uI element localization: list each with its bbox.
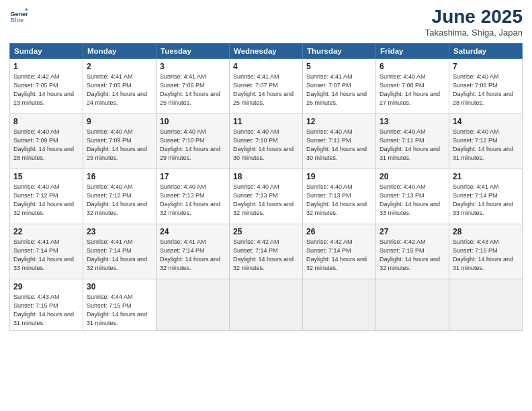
month-title: June 2025 xyxy=(425,7,523,28)
day-number: 28 xyxy=(453,227,519,236)
day-info: Sunrise: 4:44 AMSunset: 7:15 PMDaylight:… xyxy=(87,293,152,328)
day-info: Sunrise: 4:41 AMSunset: 7:07 PMDaylight:… xyxy=(306,73,372,107)
day-info: Sunrise: 4:40 AMSunset: 7:13 PMDaylight:… xyxy=(160,183,226,218)
day-info: Sunrise: 4:42 AMSunset: 7:05 PMDaylight:… xyxy=(13,73,79,107)
day-number: 17 xyxy=(160,172,226,181)
day-header-wednesday: Wednesday xyxy=(230,43,303,58)
day-number: 25 xyxy=(233,227,299,236)
day-info: Sunrise: 4:40 AMSunset: 7:08 PMDaylight:… xyxy=(380,73,445,107)
day-info: Sunrise: 4:41 AMSunset: 7:14 PMDaylight:… xyxy=(87,238,152,273)
day-number: 12 xyxy=(306,117,372,126)
table-row: 14 Sunrise: 4:40 AMSunset: 7:12 PMDaylig… xyxy=(449,113,523,169)
day-number: 19 xyxy=(306,172,372,181)
day-number: 9 xyxy=(87,117,152,126)
day-info: Sunrise: 4:43 AMSunset: 7:15 PMDaylight:… xyxy=(13,293,79,328)
table-row: 24 Sunrise: 4:41 AMSunset: 7:14 PMDaylig… xyxy=(157,224,230,279)
day-info: Sunrise: 4:42 AMSunset: 7:14 PMDaylight:… xyxy=(233,238,299,273)
day-info: Sunrise: 4:41 AMSunset: 7:06 PMDaylight:… xyxy=(160,73,226,107)
table-row: 29 Sunrise: 4:43 AMSunset: 7:15 PMDaylig… xyxy=(10,279,83,330)
day-header-saturday: Saturday xyxy=(449,43,523,58)
day-number: 21 xyxy=(453,172,519,181)
table-row: 16 Sunrise: 4:40 AMSunset: 7:12 PMDaylig… xyxy=(83,169,157,224)
table-row: 18 Sunrise: 4:40 AMSunset: 7:13 PMDaylig… xyxy=(230,169,303,224)
day-info: Sunrise: 4:40 AMSunset: 7:08 PMDaylight:… xyxy=(453,73,519,107)
day-info: Sunrise: 4:40 AMSunset: 7:11 PMDaylight:… xyxy=(380,128,445,163)
table-row xyxy=(157,279,230,330)
table-row xyxy=(303,279,376,330)
day-number: 20 xyxy=(380,172,445,181)
day-number: 4 xyxy=(233,62,299,71)
table-row: 13 Sunrise: 4:40 AMSunset: 7:11 PMDaylig… xyxy=(376,113,449,169)
table-row: 19 Sunrise: 4:40 AMSunset: 7:13 PMDaylig… xyxy=(303,169,376,224)
day-info: Sunrise: 4:40 AMSunset: 7:13 PMDaylight:… xyxy=(380,183,445,218)
day-number: 15 xyxy=(13,172,79,181)
table-row: 4 Sunrise: 4:41 AMSunset: 7:07 PMDayligh… xyxy=(230,58,303,113)
day-number: 11 xyxy=(233,117,299,126)
day-number: 5 xyxy=(306,62,372,71)
table-row: 27 Sunrise: 4:42 AMSunset: 7:15 PMDaylig… xyxy=(376,224,449,279)
day-number: 18 xyxy=(233,172,299,181)
table-row: 12 Sunrise: 4:40 AMSunset: 7:11 PMDaylig… xyxy=(303,113,376,169)
title-area: June 2025 Takashima, Shiga, Japan xyxy=(425,7,523,38)
day-number: 10 xyxy=(160,117,226,126)
table-row: 7 Sunrise: 4:40 AMSunset: 7:08 PMDayligh… xyxy=(449,58,523,113)
day-header-monday: Monday xyxy=(83,43,157,58)
table-row: 21 Sunrise: 4:41 AMSunset: 7:14 PMDaylig… xyxy=(449,169,523,224)
table-row: 26 Sunrise: 4:42 AMSunset: 7:14 PMDaylig… xyxy=(303,224,376,279)
day-info: Sunrise: 4:40 AMSunset: 7:12 PMDaylight:… xyxy=(13,183,79,218)
day-info: Sunrise: 4:41 AMSunset: 7:14 PMDaylight:… xyxy=(453,183,519,218)
table-row: 3 Sunrise: 4:41 AMSunset: 7:06 PMDayligh… xyxy=(157,58,230,113)
day-info: Sunrise: 4:41 AMSunset: 7:07 PMDaylight:… xyxy=(233,73,299,107)
day-info: Sunrise: 4:43 AMSunset: 7:15 PMDaylight:… xyxy=(453,238,519,273)
day-number: 8 xyxy=(13,117,79,126)
day-header-sunday: Sunday xyxy=(10,43,83,58)
day-info: Sunrise: 4:40 AMSunset: 7:10 PMDaylight:… xyxy=(160,128,226,163)
table-row: 15 Sunrise: 4:40 AMSunset: 7:12 PMDaylig… xyxy=(10,169,83,224)
day-info: Sunrise: 4:41 AMSunset: 7:14 PMDaylight:… xyxy=(160,238,226,273)
day-number: 29 xyxy=(13,282,79,291)
day-info: Sunrise: 4:40 AMSunset: 7:10 PMDaylight:… xyxy=(233,128,299,163)
day-number: 3 xyxy=(160,62,226,71)
day-header-friday: Friday xyxy=(376,43,449,58)
table-row xyxy=(376,279,449,330)
day-number: 30 xyxy=(87,282,152,291)
table-row: 25 Sunrise: 4:42 AMSunset: 7:14 PMDaylig… xyxy=(230,224,303,279)
day-info: Sunrise: 4:40 AMSunset: 7:12 PMDaylight:… xyxy=(87,183,152,218)
logo: General Blue xyxy=(9,7,28,26)
table-row: 30 Sunrise: 4:44 AMSunset: 7:15 PMDaylig… xyxy=(83,279,157,330)
day-number: 6 xyxy=(380,62,445,71)
table-row: 20 Sunrise: 4:40 AMSunset: 7:13 PMDaylig… xyxy=(376,169,449,224)
table-row xyxy=(449,279,523,330)
day-number: 13 xyxy=(380,117,445,126)
day-header-tuesday: Tuesday xyxy=(157,43,230,58)
table-row: 17 Sunrise: 4:40 AMSunset: 7:13 PMDaylig… xyxy=(157,169,230,224)
day-info: Sunrise: 4:41 AMSunset: 7:14 PMDaylight:… xyxy=(13,238,79,273)
day-info: Sunrise: 4:40 AMSunset: 7:13 PMDaylight:… xyxy=(233,183,299,218)
day-info: Sunrise: 4:42 AMSunset: 7:14 PMDaylight:… xyxy=(306,238,372,273)
table-row: 22 Sunrise: 4:41 AMSunset: 7:14 PMDaylig… xyxy=(10,224,83,279)
day-number: 14 xyxy=(453,117,519,126)
table-row: 6 Sunrise: 4:40 AMSunset: 7:08 PMDayligh… xyxy=(376,58,449,113)
svg-marker-2 xyxy=(24,7,28,10)
table-row: 23 Sunrise: 4:41 AMSunset: 7:14 PMDaylig… xyxy=(83,224,157,279)
day-number: 26 xyxy=(306,227,372,236)
table-row: 10 Sunrise: 4:40 AMSunset: 7:10 PMDaylig… xyxy=(157,113,230,169)
table-row: 9 Sunrise: 4:40 AMSunset: 7:09 PMDayligh… xyxy=(83,113,157,169)
day-number: 27 xyxy=(380,227,445,236)
day-number: 24 xyxy=(160,227,226,236)
location: Takashima, Shiga, Japan xyxy=(425,28,523,38)
day-info: Sunrise: 4:40 AMSunset: 7:11 PMDaylight:… xyxy=(306,128,372,163)
table-row xyxy=(230,279,303,330)
day-info: Sunrise: 4:42 AMSunset: 7:15 PMDaylight:… xyxy=(380,238,445,273)
day-info: Sunrise: 4:40 AMSunset: 7:13 PMDaylight:… xyxy=(306,183,372,218)
svg-text:Blue: Blue xyxy=(10,17,24,24)
day-info: Sunrise: 4:41 AMSunset: 7:05 PMDaylight:… xyxy=(87,73,152,107)
day-number: 7 xyxy=(453,62,519,71)
day-number: 22 xyxy=(13,227,79,236)
day-number: 16 xyxy=(87,172,152,181)
table-row: 8 Sunrise: 4:40 AMSunset: 7:09 PMDayligh… xyxy=(10,113,83,169)
table-row: 11 Sunrise: 4:40 AMSunset: 7:10 PMDaylig… xyxy=(230,113,303,169)
day-number: 23 xyxy=(87,227,152,236)
table-row: 5 Sunrise: 4:41 AMSunset: 7:07 PMDayligh… xyxy=(303,58,376,113)
day-number: 2 xyxy=(87,62,152,71)
